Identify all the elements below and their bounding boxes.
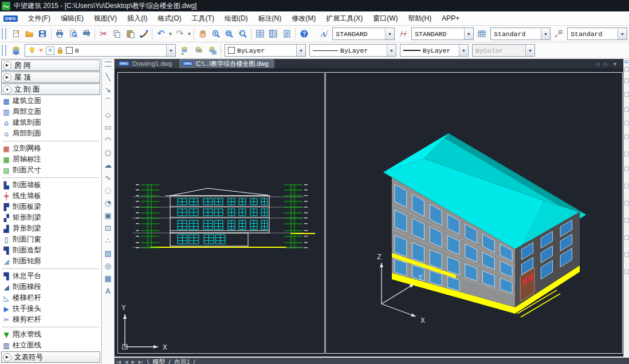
open-folder-icon[interactable] (22, 27, 36, 41)
scroll-tabs-right-icon[interactable]: ▷ (604, 61, 608, 67)
toolbar-grip[interactable] (105, 61, 112, 67)
mleader-style-combo[interactable]: Standard▼ (567, 27, 627, 40)
clipped-toolbar-icon[interactable] (624, 218, 629, 223)
mtext-icon[interactable]: A (103, 284, 113, 297)
tab-layout1[interactable]: 布局1 (172, 358, 191, 364)
plot-style-combo-dropdown-arrow[interactable]: ▼ (525, 45, 534, 56)
revision-cloud-icon[interactable]: ☁ (103, 159, 113, 171)
ellipse-icon[interactable]: ◌ (103, 184, 113, 196)
palette-item-25[interactable]: ✂梯剪栏杆 (0, 314, 101, 325)
table-icon[interactable]: ▦ (103, 272, 113, 284)
palette-item-17[interactable]: ▯剖面门窗 (0, 234, 101, 245)
point-icon[interactable]: ∴ (103, 234, 113, 247)
plot-style-combo[interactable]: ByColor▼ (472, 44, 535, 57)
palette-item-28[interactable]: ▥柱立面线 (0, 340, 101, 351)
layer-manager-icon[interactable] (9, 43, 23, 57)
clipped-toolbar-icon[interactable] (624, 107, 629, 112)
expand-icon[interactable]: ▶ (3, 61, 11, 70)
lineweight-combo-dropdown-arrow[interactable]: ▼ (459, 45, 468, 56)
pan-icon[interactable] (196, 27, 209, 41)
help-icon[interactable]: ? (297, 27, 310, 41)
dim-style-combo[interactable]: STANDARD▼ (411, 27, 474, 40)
lineweight-combo[interactable]: ByLayer▼ (400, 44, 469, 57)
tab-next-icon[interactable]: ▶ (129, 359, 136, 364)
text-style-combo[interactable]: STANDARD▼ (332, 27, 395, 40)
tab-list-dropdown-icon[interactable]: ▼ (612, 61, 618, 67)
rectangle-icon[interactable]: ▭ (103, 121, 113, 133)
toolbar-grip[interactable] (2, 28, 6, 39)
polygon-icon[interactable]: ◇ (103, 108, 113, 121)
menu-5[interactable]: 工具(T) (187, 11, 219, 25)
expand-icon[interactable]: ▶ (3, 73, 11, 82)
model-canvas[interactable]: YXZYX (115, 68, 623, 355)
menu-9[interactable]: 扩展工具(X) (321, 11, 368, 25)
circle-icon[interactable]: ○ (103, 146, 113, 159)
menu-7[interactable]: 标注(N) (253, 11, 287, 25)
insert-block-icon[interactable]: ▣ (103, 209, 113, 221)
layer-previous-icon[interactable] (178, 43, 191, 57)
clipped-toolbar-icon[interactable] (624, 167, 629, 171)
polyline-icon[interactable]: ⌒ (103, 96, 113, 108)
palette-group-29[interactable]: ▶文表符号 (1, 351, 100, 363)
cut-icon[interactable]: ✂ (97, 27, 110, 41)
clipped-toolbar-icon[interactable] (624, 152, 629, 156)
construction-line-icon[interactable]: ↘ (103, 83, 113, 96)
docked-toolbar-grip[interactable] (624, 61, 628, 61)
quick-calc-icon[interactable] (280, 27, 293, 41)
toolbar-grip[interactable] (2, 45, 6, 56)
menu-0[interactable]: 文件(F) (23, 11, 56, 25)
linetype-combo-dropdown-arrow[interactable]: ▼ (387, 45, 396, 56)
palette-item-22[interactable]: ◢剖面梯段 (0, 282, 101, 292)
ellipse-arc-icon[interactable]: ◔ (103, 196, 113, 209)
palette-item-6[interactable]: ⌂局部剖面 (0, 128, 101, 139)
redo-icon[interactable]: ↷ (173, 27, 186, 41)
clipped-toolbar-icon[interactable] (624, 78, 629, 83)
palette-item-14[interactable]: ▛剖面板梁 (0, 201, 101, 212)
palette-item-27[interactable]: ▼雨水管线 (0, 329, 101, 340)
palette-item-9[interactable]: ▦层轴标注 (0, 154, 101, 165)
copy-icon[interactable] (111, 27, 124, 41)
menu-10[interactable]: 窗口(W) (368, 11, 403, 25)
dim-style-combo-dropdown-arrow[interactable]: ▼ (464, 28, 473, 39)
menu-1[interactable]: 编辑(E) (56, 11, 89, 25)
plot-icon[interactable] (53, 27, 66, 41)
color-combo-dropdown-arrow[interactable]: ▼ (296, 45, 305, 56)
tab-last-icon[interactable]: ▶| (137, 359, 145, 364)
palette-item-5[interactable]: ⌂建筑剖面 (0, 117, 101, 128)
palette-item-21[interactable]: ▜休息平台 (0, 271, 101, 282)
menu-6[interactable]: 绘图(D) (219, 11, 253, 25)
spline-icon[interactable]: ∿ (103, 171, 113, 184)
table-style-combo-dropdown-arrow[interactable]: ▼ (541, 28, 550, 39)
menu-2[interactable]: 视图(V) (89, 11, 122, 25)
arc-icon[interactable]: ◠ (103, 133, 113, 146)
save-icon[interactable] (36, 27, 49, 41)
donut-icon[interactable]: ◎ (103, 259, 113, 272)
expand-icon[interactable]: ▶ (3, 353, 11, 362)
document-icon[interactable]: DWG (3, 15, 18, 22)
collapse-icon[interactable]: ▼ (3, 85, 11, 94)
palette-item-16[interactable]: ▟异形剖梁 (0, 223, 101, 234)
menu-11[interactable]: 帮助(H) (403, 11, 437, 25)
clipped-toolbar-icon[interactable] (624, 121, 629, 125)
tab-model[interactable]: 模型 (151, 358, 166, 364)
palette-item-15[interactable]: ▞矩形剖梁 (0, 212, 101, 223)
linetype-combo[interactable]: ByLayer▼ (309, 44, 396, 57)
clipped-toolbar-icon[interactable] (624, 270, 629, 274)
palette-item-23[interactable]: ◺楼梯栏杆 (0, 292, 101, 303)
zoom-window-icon[interactable] (223, 27, 236, 41)
menu-3[interactable]: 插入(I) (122, 11, 152, 25)
clipped-toolbar-icon[interactable] (624, 67, 629, 72)
palette-item-8[interactable]: ▦立剖网格 (0, 143, 101, 154)
table-style-combo[interactable]: Standard▼ (490, 27, 551, 40)
tool-palettes-icon[interactable] (267, 27, 280, 41)
make-block-icon[interactable]: ⊡ (103, 221, 113, 234)
drawing-area[interactable]: YXZYX (115, 68, 623, 358)
dropdown-arrow-icon[interactable]: ▼ (168, 31, 174, 37)
zoom-previous-icon[interactable] (236, 27, 249, 41)
palette-item-18[interactable]: ▜剖面造型 (0, 245, 101, 256)
match-properties-icon[interactable] (137, 27, 150, 41)
properties-palette-icon[interactable] (253, 27, 266, 41)
text-style-combo-dropdown-arrow[interactable]: ▼ (385, 28, 394, 39)
zoom-realtime-icon[interactable] (210, 27, 223, 41)
tab-prev-icon[interactable]: ◀ (123, 359, 129, 364)
